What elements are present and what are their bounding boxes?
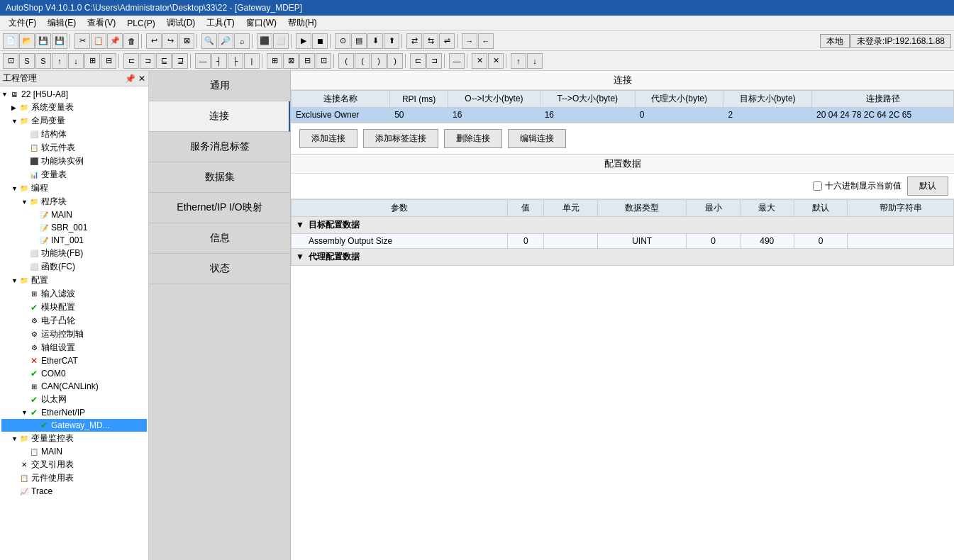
tb-cut[interactable]: ✂ <box>74 33 90 49</box>
menu-window[interactable]: 窗口(W) <box>240 16 282 30</box>
tb-search3[interactable]: ⌕ <box>234 33 250 49</box>
tb2-10[interactable]: ⊑ <box>156 53 172 69</box>
tree-crossref[interactable]: ▶ ✕ 交叉引用表 <box>1 458 147 471</box>
tree-vm-main[interactable]: ▶ 📋 MAIN <box>1 445 147 458</box>
tb2-12[interactable]: — <box>195 53 211 69</box>
tree-struct[interactable]: ▶ ⬜ 结构体 <box>1 128 147 141</box>
hex-checkbox-input[interactable] <box>813 181 822 191</box>
tb-io[interactable]: ⇄ <box>406 33 422 49</box>
tb-compile[interactable]: ⬛ <box>257 33 272 49</box>
tb2-6[interactable]: ⊞ <box>84 53 100 69</box>
tb2-7[interactable]: ⊟ <box>101 53 116 69</box>
tree-root[interactable]: ▼ 🖥 22 [H5U-A8] <box>1 88 147 101</box>
prog-arrow[interactable]: ▼ <box>11 185 18 192</box>
project-close-btn[interactable]: ✕ <box>138 74 145 84</box>
tb2-29[interactable]: ↑ <box>511 53 526 69</box>
config-data-row[interactable]: Assembly Output Size 0 UINT 0 490 0 <box>292 234 954 249</box>
tb2-30[interactable]: ↓ <box>527 53 543 69</box>
tb-paste[interactable]: 📌 <box>107 33 123 49</box>
nav-service-msg[interactable]: 服务消息标签 <box>149 132 290 162</box>
root-expand-arrow[interactable]: ▼ <box>1 91 9 98</box>
tree-cam[interactable]: ▶ ⚙ 电子凸轮 <box>1 314 147 327</box>
tb2-5[interactable]: ↓ <box>68 53 84 69</box>
tree-softtable[interactable]: ▶ 📋 软元件表 <box>1 141 147 155</box>
tb-run[interactable]: ▶ <box>296 33 311 49</box>
menu-debug[interactable]: 调试(D) <box>161 16 201 30</box>
tb2-9[interactable]: ⊐ <box>140 53 155 69</box>
tree-axis-group[interactable]: ▶ ⚙ 轴组设置 <box>1 341 147 354</box>
sysvar-arrow[interactable]: ▶ <box>11 104 18 111</box>
tb2-23[interactable]: ) <box>387 53 403 69</box>
tree-gateway[interactable]: ▶ ✔ Gateway_MD... <box>1 419 147 432</box>
tree-ethernet[interactable]: ▶ ✔ 以太网 <box>1 393 147 406</box>
tb-open[interactable]: 📂 <box>19 33 35 49</box>
tree-fbinstance[interactable]: ▶ ⬛ 功能块实例 <box>1 155 147 168</box>
tree-fb[interactable]: ▶ ⬜ 功能块(FB) <box>1 247 147 260</box>
tree-config[interactable]: ▼ 📁 配置 <box>1 274 147 287</box>
tb2-22[interactable]: ) <box>371 53 387 69</box>
tb-clear[interactable]: ⊠ <box>179 33 194 49</box>
tree-motion-axis[interactable]: ▶ ⚙ 运动控制轴 <box>1 327 147 341</box>
eip-arrow[interactable]: ▼ <box>21 409 28 416</box>
vm-arrow[interactable]: ▼ <box>11 435 18 442</box>
config-group-row[interactable]: ▼代理配置数据 <box>292 249 954 266</box>
pb-arrow[interactable]: ▼ <box>21 198 28 206</box>
tb-redo[interactable]: ↪ <box>162 33 178 49</box>
tree-ethernetip[interactable]: ▼ ✔ EtherNet/IP <box>1 406 147 419</box>
nav-dataset[interactable]: 数据集 <box>149 162 290 193</box>
tb2-2[interactable]: S <box>19 53 35 69</box>
tb-search[interactable]: 🔍 <box>201 33 217 49</box>
tb-misc1[interactable]: → <box>462 33 477 49</box>
tb2-11[interactable]: ⊒ <box>172 53 188 69</box>
tb2-14[interactable]: ├ <box>228 53 243 69</box>
tb-undo[interactable]: ↩ <box>146 33 162 49</box>
project-pin-btn[interactable]: 📌 <box>125 74 135 84</box>
tb2-24[interactable]: ⊏ <box>410 53 426 69</box>
tb2-15[interactable]: | <box>244 53 260 69</box>
config-group-row[interactable]: ▼目标配置数据 <box>292 217 954 234</box>
tb2-3[interactable]: S <box>35 53 51 69</box>
tb-search2[interactable]: 🔎 <box>218 33 233 49</box>
tb-new[interactable]: 📄 <box>3 33 18 49</box>
hex-checkbox-label[interactable]: 十六进制显示当前值 <box>813 180 902 192</box>
tb2-4[interactable]: ↑ <box>52 53 67 69</box>
nav-general[interactable]: 通用 <box>149 71 290 101</box>
nav-status[interactable]: 状态 <box>149 254 290 284</box>
tb-monitor[interactable]: ⊙ <box>335 33 350 49</box>
tb-save2[interactable]: 💾 <box>52 33 67 49</box>
tb-io2[interactable]: ⇆ <box>423 33 438 49</box>
nav-connection[interactable]: 连接 <box>149 101 290 132</box>
tree-com0[interactable]: ▶ ✔ COM0 <box>1 367 147 380</box>
tb2-17[interactable]: ⊠ <box>283 53 299 69</box>
local-button[interactable]: 本地 <box>820 34 850 48</box>
tb2-16[interactable]: ⊞ <box>267 53 282 69</box>
menu-file[interactable]: 文件(F) <box>3 16 42 30</box>
tree-input-filter[interactable]: ▶ ⊞ 输入滤波 <box>1 287 147 301</box>
tb-online[interactable]: ▤ <box>351 33 367 49</box>
menu-plc[interactable]: PLC(P) <box>121 17 160 30</box>
tb2-19[interactable]: ⊡ <box>316 53 331 69</box>
tb2-21[interactable]: ( <box>355 53 370 69</box>
tree-component-use[interactable]: ▶ 📋 元件使用表 <box>1 471 147 485</box>
tree-canlink[interactable]: ▶ ⊞ CAN(CANLink) <box>1 380 147 393</box>
tree-fc[interactable]: ▶ ⬜ 函数(FC) <box>1 260 147 274</box>
tb-io3[interactable]: ⇌ <box>439 33 455 49</box>
tb2-28[interactable]: ✕ <box>488 53 504 69</box>
default-button[interactable]: 默认 <box>907 177 948 196</box>
tb2-26[interactable]: — <box>449 53 465 69</box>
tb-stop[interactable]: ⏹ <box>312 33 328 49</box>
tree-progblock[interactable]: ▼ 📁 程序块 <box>1 195 147 208</box>
menu-edit[interactable]: 编辑(E) <box>42 16 82 30</box>
tree-globalvar[interactable]: ▼ 📁 全局变量 <box>1 114 147 128</box>
cfg-cell-value[interactable]: 0 <box>508 234 544 249</box>
config-arrow[interactable]: ▼ <box>11 277 18 284</box>
tree-int001[interactable]: ▶ 📝 INT_001 <box>1 234 147 247</box>
tb2-18[interactable]: ⊟ <box>299 53 315 69</box>
tree-ethercat[interactable]: ▶ ✕ EtherCAT <box>1 354 147 367</box>
edit-conn-button[interactable]: 编辑连接 <box>508 129 566 148</box>
tree-sbr001[interactable]: ▶ 📝 SBR_001 <box>1 221 147 234</box>
tree-varmonitor[interactable]: ▼ 📁 变量监控表 <box>1 432 147 445</box>
conn-table-row[interactable]: Exclusive Owner 50 16 16 0 2 20 04 24 78… <box>292 108 954 123</box>
tb2-13[interactable]: ┤ <box>211 53 227 69</box>
menu-view[interactable]: 查看(V) <box>82 16 121 30</box>
